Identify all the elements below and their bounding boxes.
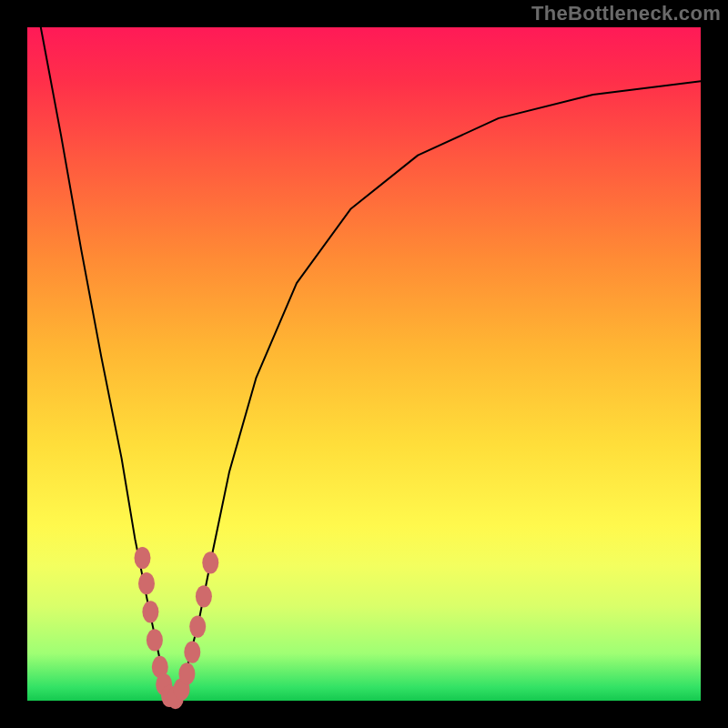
chart-overlay <box>0 0 728 728</box>
cluster-dot <box>184 642 200 663</box>
cluster-dot <box>189 615 206 637</box>
cluster-dot <box>202 551 218 573</box>
cluster-dot <box>178 662 195 684</box>
cluster-dot <box>135 547 151 569</box>
chart-frame: TheBottleneck.com <box>0 0 728 728</box>
cluster-dots <box>135 547 219 709</box>
cluster-dot <box>138 572 155 594</box>
cluster-dot <box>142 601 158 622</box>
cluster-dot <box>196 585 212 607</box>
bottleneck-curve <box>41 27 701 700</box>
cluster-dot <box>147 629 163 651</box>
